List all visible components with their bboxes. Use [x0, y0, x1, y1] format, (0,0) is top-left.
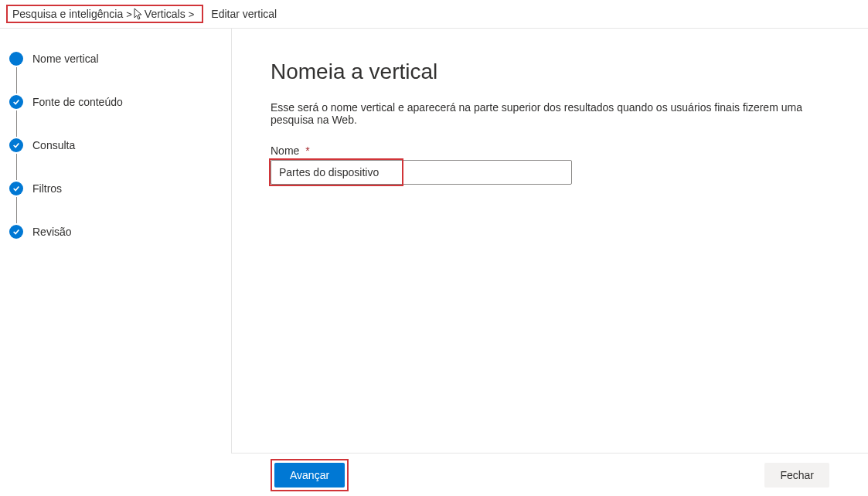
breadcrumb-link-verticals[interactable]: Verticals: [145, 8, 186, 20]
breadcrumb: Pesquisa e inteligência > Verticals > Ed…: [0, 0, 868, 29]
breadcrumb-separator: >: [126, 8, 132, 20]
primary-button-highlight: Avançar: [271, 459, 349, 491]
page-description: Esse será o nome vertical e aparecerá na…: [271, 101, 829, 126]
footer-bar: Avançar Fechar: [232, 453, 868, 496]
name-field-label: Nome *: [271, 144, 829, 157]
breadcrumb-current: Editar vertical: [211, 8, 277, 20]
label-text: Nome: [271, 144, 299, 157]
step-list: Nome vertical Fonte de conteúdo Consulta…: [9, 52, 223, 239]
checkmark-icon: [9, 182, 23, 195]
step-revisao[interactable]: Revisão: [9, 225, 223, 239]
checkmark-icon: [9, 225, 23, 239]
next-button[interactable]: Avançar: [274, 463, 345, 488]
main-content: Nomeia a vertical Esse será o nome verti…: [232, 29, 868, 454]
step-fonte-conteudo[interactable]: Fonte de conteúdo: [9, 95, 223, 138]
name-input-wrapper: [271, 160, 572, 185]
step-consulta[interactable]: Consulta: [9, 138, 223, 182]
step-current-icon: [9, 52, 23, 66]
wizard-sidebar: Nome vertical Fonte de conteúdo Consulta…: [0, 29, 232, 454]
step-label: Consulta: [32, 139, 75, 151]
step-label: Revisão: [32, 226, 72, 238]
step-filtros[interactable]: Filtros: [9, 182, 223, 225]
checkmark-icon: [9, 95, 23, 109]
name-input[interactable]: [271, 160, 572, 185]
cursor-icon: [134, 8, 143, 20]
page-title: Nomeia a vertical: [271, 59, 829, 84]
required-asterisk: *: [305, 144, 309, 157]
breadcrumb-highlight: Pesquisa e inteligência > Verticals >: [6, 5, 203, 23]
breadcrumb-link-search-intelligence[interactable]: Pesquisa e inteligência: [12, 8, 123, 20]
step-label: Fonte de conteúdo: [32, 96, 123, 108]
close-button[interactable]: Fechar: [764, 463, 829, 488]
step-label: Nome vertical: [32, 53, 99, 65]
step-label: Filtros: [32, 182, 62, 195]
breadcrumb-separator: >: [189, 8, 195, 20]
step-nome-vertical[interactable]: Nome vertical: [9, 52, 223, 95]
checkmark-icon: [9, 138, 23, 152]
